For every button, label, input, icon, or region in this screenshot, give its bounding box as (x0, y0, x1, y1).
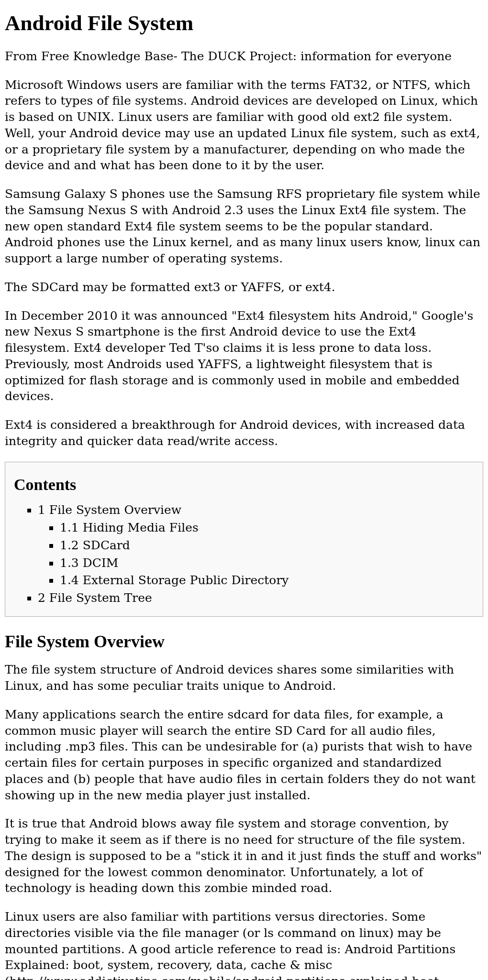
section-heading-file-system-overview: File System Overview (5, 630, 483, 653)
intro-paragraph-2: Samsung Galaxy S phones use the Samsung … (5, 186, 483, 267)
section1-paragraph-2: Many applications search the entire sdca… (5, 707, 483, 804)
toc-number: 1 (38, 503, 45, 517)
toc-link-hiding-media-files[interactable]: 1.1 Hiding Media Files (60, 521, 199, 534)
toc-item: 1.2 SDCard (60, 537, 474, 554)
intro-paragraph-4: In December 2010 it was announced "Ext4 … (5, 308, 483, 405)
intro-paragraph-5: Ext4 is considered a breakthrough for An… (5, 417, 483, 449)
table-of-contents: Contents 1 File System Overview 1.1 Hidi… (5, 462, 483, 617)
page-title: Android File System (5, 9, 483, 38)
section1-paragraph-4: Linux users are also familiar with parti… (5, 909, 483, 980)
toc-text: Hiding Media Files (83, 521, 199, 534)
toc-link-dcim[interactable]: 1.3 DCIM (60, 556, 118, 570)
toc-item: 1 File System Overview 1.1 Hiding Media … (38, 502, 474, 588)
toc-number: 1.3 (60, 556, 79, 570)
toc-link-file-system-tree[interactable]: 2 File System Tree (38, 591, 152, 605)
toc-number: 1.4 (60, 573, 79, 587)
page-subtitle: From Free Knowledge Base- The DUCK Proje… (5, 48, 483, 65)
toc-text: File System Tree (49, 591, 152, 605)
toc-number: 2 (38, 591, 45, 605)
toc-list: 1 File System Overview 1.1 Hiding Media … (14, 502, 474, 606)
toc-link-external-storage[interactable]: 1.4 External Storage Public Directory (60, 573, 288, 587)
intro-paragraph-1: Microsoft Windows users are familiar wit… (5, 77, 483, 174)
toc-text: SDCard (83, 538, 130, 552)
toc-text: DCIM (83, 556, 119, 570)
toc-item: 1.1 Hiding Media Files (60, 520, 474, 536)
toc-item: 1.4 External Storage Public Directory (60, 572, 474, 588)
toc-text: External Storage Public Directory (83, 573, 289, 587)
toc-text: File System Overview (49, 503, 181, 517)
section1-paragraph-3: It is true that Android blows away file … (5, 816, 483, 896)
section1-paragraph-1: The file system structure of Android dev… (5, 662, 483, 694)
toc-link-file-system-overview[interactable]: 1 File System Overview (38, 503, 181, 517)
toc-item: 2 File System Tree (38, 590, 474, 606)
toc-link-sdcard[interactable]: 1.2 SDCard (60, 538, 130, 552)
toc-heading: Contents (14, 474, 474, 496)
toc-number: 1.1 (60, 521, 79, 534)
intro-paragraph-3: The SDCard may be formatted ext3 or YAFF… (5, 279, 483, 295)
toc-item: 1.3 DCIM (60, 555, 474, 571)
toc-sublist: 1.1 Hiding Media Files 1.2 SDCard 1.3 (38, 520, 474, 588)
toc-number: 1.2 (60, 538, 79, 552)
